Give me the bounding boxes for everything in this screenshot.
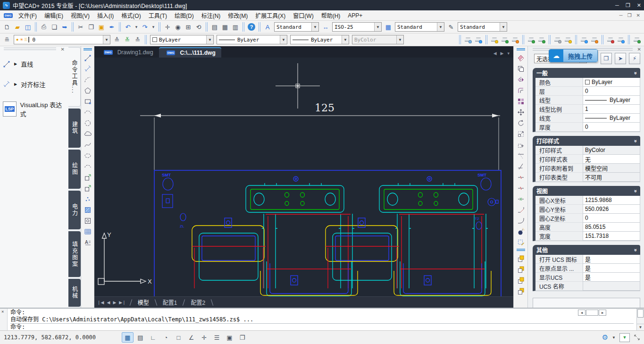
stretch-button[interactable]: [515, 139, 526, 150]
table-style-combo[interactable]: Standard▼: [395, 22, 444, 32]
region-tool-button[interactable]: [82, 215, 93, 226]
palette-tab-electric[interactable]: 电力: [68, 191, 81, 230]
layout-first-icon[interactable]: ❘◀: [97, 300, 104, 305]
polygon-tool-button[interactable]: [82, 85, 93, 96]
break-at-point-button[interactable]: [515, 172, 526, 183]
properties-close-icon[interactable]: ✕: [637, 47, 641, 52]
publish-button[interactable]: ➥: [59, 22, 70, 32]
break-button[interactable]: [515, 183, 526, 193]
drawing-canvas[interactable]: 125 SMT ZL SMT: [94, 58, 513, 296]
explode-button[interactable]: [515, 226, 526, 237]
select-objects-button[interactable]: ➤: [615, 53, 626, 64]
layer-freeze-button[interactable]: [579, 34, 589, 45]
menu-insert[interactable]: 插入(I): [93, 10, 117, 20]
menu-help[interactable]: 帮助(H): [318, 10, 344, 20]
palette-grip[interactable]: [4, 48, 56, 50]
chevron-down-icon[interactable]: ▼: [437, 23, 444, 31]
prop-row-height[interactable]: 高度 85.0515: [535, 223, 640, 232]
scroll-down-icon[interactable]: ▼: [637, 324, 644, 330]
scroll-right-icon[interactable]: ▶: [599, 310, 606, 316]
prop-row-center-y[interactable]: 圆心Y坐标 550.0926: [535, 205, 640, 214]
dynamic-input-toggle[interactable]: ✛: [198, 332, 210, 343]
ortho-toggle[interactable]: ∟: [147, 332, 159, 343]
palette-item-visuallisp[interactable]: LSP VisualLisp 表达式: [0, 94, 68, 124]
line-tool-button[interactable]: [82, 52, 93, 63]
draworder-back-button[interactable]: [515, 264, 526, 275]
color-combo[interactable]: ByLayer▼: [150, 35, 214, 44]
section-header-general[interactable]: 一般«: [533, 68, 640, 78]
chevron-down-icon[interactable]: ▼: [342, 35, 349, 44]
help-button[interactable]: ?: [246, 22, 257, 32]
text-style-combo[interactable]: Standard▼: [274, 22, 319, 32]
layer-on-button[interactable]: [563, 34, 573, 45]
undo-dropdown-icon[interactable]: ▾: [133, 22, 140, 32]
tab-scroll-left-icon[interactable]: ◀: [493, 51, 497, 56]
chamfer-button[interactable]: [515, 204, 526, 215]
quick-select-button[interactable]: ⚡: [629, 53, 640, 64]
palette-item-line[interactable]: ▶ 直线: [0, 54, 68, 74]
layout-prev-icon[interactable]: ◀: [107, 300, 110, 305]
layout-tab-config1[interactable]: 配置1: [158, 297, 182, 307]
fillet-button[interactable]: [515, 215, 526, 226]
undo-button[interactable]: ↶: [123, 22, 133, 32]
make-block-tool-button[interactable]: [82, 183, 93, 193]
polar-toggle[interactable]: ◔: [160, 332, 172, 343]
vscroll-thumb[interactable]: [637, 309, 644, 318]
palette-tab-hatch-patterns[interactable]: 填充图案: [68, 231, 81, 277]
gear-icon[interactable]: ⚙: [602, 333, 608, 342]
make-layer-current-button[interactable]: ≙: [112, 34, 122, 45]
cut-button[interactable]: ✂: [75, 22, 86, 32]
layer-previous-button[interactable]: ≚: [122, 34, 133, 45]
chevron-down-icon[interactable]: ▼: [206, 35, 213, 44]
layer-thaw-button[interactable]: [589, 34, 600, 45]
rectangle-tool-button[interactable]: [82, 96, 93, 107]
menu-draw[interactable]: 绘图(D): [171, 10, 198, 20]
mirror-button[interactable]: [515, 74, 526, 85]
prop-row-ucs-name[interactable]: UCS 名称: [535, 282, 640, 291]
prop-row-thickness[interactable]: 厚度 0: [535, 123, 640, 132]
menu-app-plus[interactable]: APP+: [344, 11, 366, 20]
layout-tab-config2[interactable]: 配置2: [186, 297, 210, 307]
palette-close-icon[interactable]: ✕: [61, 47, 65, 52]
chevron-down-icon[interactable]: ▼: [374, 23, 381, 31]
layer-match-button[interactable]: [473, 34, 484, 45]
collapse-icon[interactable]: «: [632, 71, 638, 74]
viewport-toggle[interactable]: ▣: [224, 332, 235, 343]
revision-cloud-tool-button[interactable]: [82, 128, 93, 139]
spline-tool-button[interactable]: [82, 139, 93, 150]
print-button[interactable]: ⎙: [39, 22, 49, 32]
open-button[interactable]: ▰: [12, 22, 23, 32]
prop-row-ucs-show[interactable]: 显示UCS 是: [535, 273, 640, 282]
collapse-icon[interactable]: «: [632, 139, 638, 142]
zoom-window-button[interactable]: ⊞: [183, 22, 193, 32]
doc-close-button[interactable]: ✕: [636, 13, 640, 18]
prop-row-plottable-attach[interactable]: 打印表附着到 模型空间: [535, 164, 640, 173]
close-button[interactable]: ✕: [637, 2, 641, 8]
restore-button[interactable]: ❐: [626, 2, 630, 8]
command-vscrollbar[interactable]: ▼: [636, 309, 644, 330]
ellipse-arc-tool-button[interactable]: [82, 161, 93, 172]
match-properties-button[interactable]: ✒: [107, 22, 117, 32]
paste-button[interactable]: ▣: [96, 22, 107, 32]
prop-row-ucs-at-origin[interactable]: 在原点显示 ... 是: [535, 264, 640, 273]
copy-button[interactable]: [515, 63, 526, 74]
menu-file[interactable]: 文件(F): [15, 10, 41, 20]
designcenter-button[interactable]: ▦: [220, 22, 230, 32]
offset-button[interactable]: [515, 85, 526, 96]
palette-tab-command-tools[interactable]: 命令工具...: [68, 47, 81, 107]
palette-tab-architecture[interactable]: 建筑: [68, 109, 81, 148]
menu-window[interactable]: 窗口(W): [289, 10, 317, 20]
layer-translate-button[interactable]: [463, 34, 473, 45]
circle-tool-button[interactable]: [82, 117, 93, 128]
layout-tab-model[interactable]: 模型: [133, 297, 154, 307]
draworder-under-button[interactable]: [515, 285, 526, 296]
pickadd-toggle-button[interactable]: ❐: [601, 53, 612, 64]
chevron-down-icon[interactable]: ▼: [500, 23, 507, 31]
rotate-button[interactable]: [515, 117, 526, 128]
trim-button[interactable]: [515, 150, 526, 161]
toolbar-grip[interactable]: [84, 48, 92, 50]
layer-isolate-button[interactable]: [489, 34, 500, 45]
prop-row-linetype[interactable]: 线型 ByLayer: [535, 96, 640, 105]
join-button[interactable]: [515, 193, 526, 204]
menu-dimension[interactable]: 标注(N): [198, 10, 225, 20]
